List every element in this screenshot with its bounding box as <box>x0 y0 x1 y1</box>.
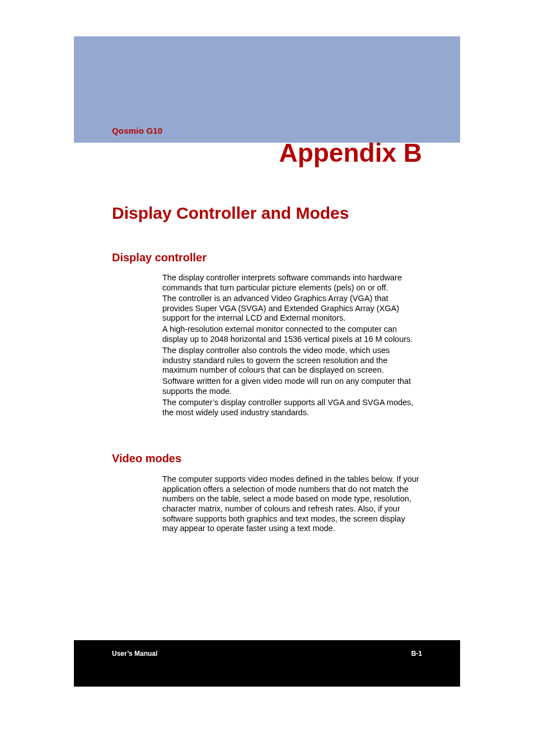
product-label: Qosmio G10 <box>112 126 162 135</box>
section-heading-display-controller: Display controller <box>112 251 207 264</box>
appendix-title: Appendix B <box>279 138 422 168</box>
page-title: Display Controller and Modes <box>112 204 349 223</box>
paragraph: The computer’s display controller suppor… <box>162 398 420 417</box>
paragraph: The display controller also controls the… <box>162 346 420 375</box>
paragraph: The controller is an advanced Video Grap… <box>162 294 420 323</box>
document-page: Qosmio G10 Appendix B Display Controller… <box>0 0 534 756</box>
footer-right: B-1 <box>411 650 422 658</box>
paragraph: Software written for a given video mode … <box>162 377 420 396</box>
paragraph: The computer supports video modes define… <box>162 475 420 534</box>
paragraph: The display controller interprets softwa… <box>162 273 420 293</box>
paragraph: A high-resolution external monitor conne… <box>162 325 420 344</box>
footer-band <box>74 640 460 687</box>
footer-left: User’s Manual <box>112 650 157 658</box>
section-heading-video-modes: Video modes <box>112 452 181 465</box>
